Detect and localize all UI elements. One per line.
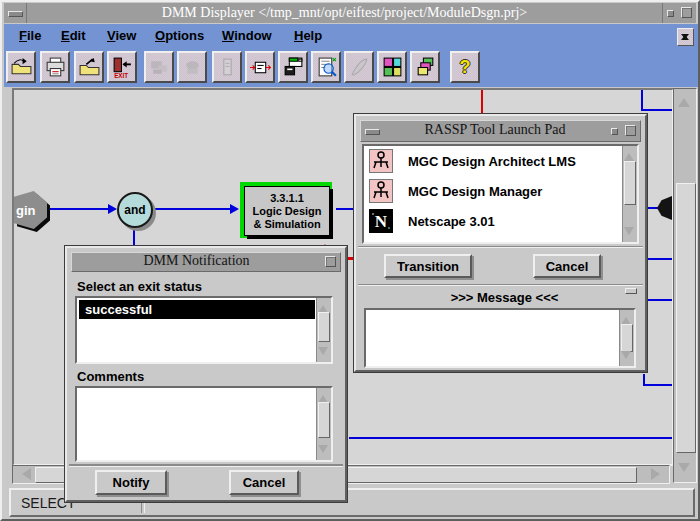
menubar-scroll-control[interactable] [677, 28, 694, 46]
toolbar-help-button[interactable]: ? [450, 51, 480, 83]
toolbar-open-button[interactable] [6, 51, 36, 83]
toolbar: EXIT ? [4, 48, 700, 87]
and-node-label: and [124, 203, 145, 217]
printer-icon [44, 56, 67, 79]
scroll-down-arrow-icon[interactable] [678, 463, 690, 478]
toolbar-print-button[interactable] [40, 51, 70, 83]
tool-list[interactable]: MGC Design Architect LMS MGC Design Mana… [362, 144, 639, 244]
message-textarea[interactable] [364, 308, 636, 368]
menu-edit[interactable]: Edit [61, 28, 86, 43]
scroll-right-arrow-icon[interactable] [651, 468, 666, 480]
scrollbar-thumb[interactable] [318, 402, 330, 438]
toolbar-window-stack-button[interactable] [278, 51, 308, 83]
tool-list-item[interactable]: MGC Design Architect LMS [364, 146, 637, 176]
menu-file[interactable]: File [19, 28, 41, 43]
launch-pad-menu-button[interactable] [361, 121, 383, 141]
iconify-icon [667, 10, 674, 17]
connector-and-to-task [151, 208, 231, 210]
exit-status-label: Select an exit status [77, 279, 202, 294]
task-node-line2: Logic Design [252, 205, 321, 218]
connector-red-top [481, 90, 483, 116]
notification-dialog: DMM Notification Select an exit status s… [65, 246, 347, 502]
menu-window[interactable]: Window [222, 28, 272, 43]
maximize-button[interactable] [677, 3, 696, 23]
toolbar-folder-up-button[interactable] [74, 51, 104, 83]
edge-node-partial[interactable] [657, 196, 672, 220]
launch-pad-titlebar[interactable]: RASSP Tool Launch Pad [360, 120, 641, 142]
scrollbar-thumb[interactable] [318, 312, 330, 342]
notification-cancel-button[interactable]: Cancel [229, 470, 299, 495]
notify-button[interactable]: Notify [95, 470, 167, 495]
launch-pad-dialog: RASSP Tool Launch Pad MGC Design Archite… [354, 114, 647, 372]
transition-button[interactable]: Transition [384, 254, 472, 278]
feather-icon [348, 56, 371, 79]
netscape-icon: N [369, 209, 393, 233]
connector-blue-bottom [349, 437, 672, 439]
launch-pad-cancel-button[interactable]: Cancel [533, 254, 601, 278]
launch-pad-maximize-button[interactable] [621, 121, 640, 141]
toolbar-document-button [212, 51, 242, 83]
vscrollbar-thumb[interactable] [676, 183, 696, 453]
scroll-down-arrow-icon[interactable] [318, 445, 328, 458]
notification-maximize-button[interactable] [321, 253, 340, 271]
disabled-icon [148, 56, 171, 79]
toolbar-annotate-button [344, 51, 374, 83]
window-title: DMM Displayer </tmp_mnt/opt/eiftest/proj… [26, 3, 663, 23]
begin-node-label: gin [16, 203, 36, 218]
canvas-vscrollbar[interactable] [673, 88, 697, 483]
scroll-up-arrow-icon[interactable] [678, 92, 690, 107]
launch-pad-iconify-button[interactable] [607, 121, 621, 141]
connector-and-down [133, 225, 135, 248]
separator [358, 246, 643, 248]
tool-list-scrollbar[interactable] [622, 146, 637, 242]
pane-sash[interactable] [625, 288, 637, 294]
menu-options[interactable]: Options [155, 28, 204, 43]
scroll-down-arrow-icon[interactable] [318, 347, 328, 360]
launch-pad-title: RASSP Tool Launch Pad [383, 121, 607, 141]
toolbar-exit-button[interactable]: EXIT [107, 51, 137, 83]
menu-view[interactable]: View [107, 28, 136, 43]
document-icon [216, 56, 239, 79]
window-menu-dash-icon [365, 129, 380, 135]
tool-list-item[interactable]: MGC Design Manager [364, 176, 637, 206]
exit-status-selected[interactable]: successful [79, 300, 315, 319]
scroll-down-arrow-icon[interactable] [624, 227, 634, 240]
scroll-down-arrow-icon[interactable] [621, 351, 631, 364]
scroll-up-arrow-icon[interactable] [624, 148, 634, 161]
and-node[interactable]: and [117, 192, 153, 228]
tool-list-item[interactable]: N Netscape 3.01 [364, 206, 637, 236]
message-header: >>> Message <<< [360, 290, 649, 305]
comments-label: Comments [77, 369, 144, 384]
notification-titlebar[interactable]: DMM Notification [71, 252, 341, 272]
transition-flow-icon [249, 56, 272, 79]
scrollbar-thumb[interactable] [624, 161, 636, 205]
disabled-icon [181, 56, 204, 79]
message-scrollbar[interactable] [619, 310, 634, 366]
iconify-icon [611, 128, 618, 135]
connector-blue-right-1 [644, 258, 672, 260]
toolbar-tile-windows-button[interactable] [377, 51, 407, 83]
exit-status-list[interactable]: successful [75, 296, 333, 364]
toolbar-cascade-windows-button[interactable] [410, 51, 440, 83]
toolbar-inspect-button[interactable] [311, 51, 341, 83]
comments-textarea[interactable] [75, 386, 333, 462]
svg-text:EXIT: EXIT [114, 71, 128, 78]
connector-blue-top [641, 90, 643, 111]
exit-door-icon: EXIT [111, 56, 134, 79]
scrollbar-thumb[interactable] [621, 324, 633, 352]
menu-help[interactable]: Help [294, 28, 322, 43]
window-stack-icon [282, 56, 305, 79]
task-node-logic-design[interactable]: 3.3.1.1 Logic Design & Simulation [240, 182, 332, 238]
tool-label: MGC Design Manager [408, 184, 542, 199]
iconify-button[interactable] [663, 3, 677, 23]
window-menu-button[interactable] [4, 3, 26, 23]
comments-scrollbar[interactable] [316, 388, 331, 460]
mgc-schematic-icon [369, 149, 393, 173]
toolbar-transition-flow-button[interactable] [245, 51, 275, 83]
tool-label: MGC Design Architect LMS [408, 154, 576, 169]
separator [358, 284, 643, 286]
mgc-schematic-icon [369, 179, 393, 203]
scroll-left-arrow-icon[interactable] [16, 468, 31, 480]
connector-blue-top-elbow [641, 109, 672, 111]
exit-status-scrollbar[interactable] [316, 298, 331, 362]
